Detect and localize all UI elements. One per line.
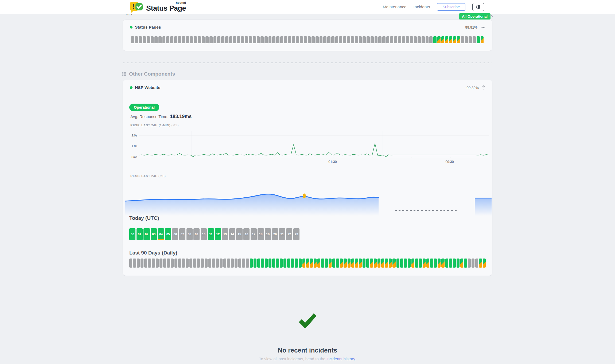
uptime-bar-degraded[interactable]	[381, 259, 384, 268]
uptime-bar-empty[interactable]	[296, 36, 299, 43]
uptime-bar-empty[interactable]	[375, 36, 378, 43]
uptime-bar-degraded[interactable]	[392, 259, 395, 268]
uptime-bar-empty[interactable]	[235, 259, 238, 268]
uptime-bar-empty[interactable]	[363, 36, 366, 43]
uptime-bar-up[interactable]	[396, 259, 399, 268]
uptime-bar-degraded[interactable]	[359, 259, 362, 268]
uptime-bar-empty[interactable]	[323, 36, 326, 43]
uptime-bar-up[interactable]	[272, 259, 275, 268]
hour-box-18[interactable]: 18	[258, 228, 264, 240]
uptime-bar-empty[interactable]	[208, 259, 211, 268]
uptime-bar-empty[interactable]	[355, 36, 358, 43]
hour-box-01[interactable]: 01	[137, 228, 143, 240]
uptime-bar-empty[interactable]	[131, 36, 134, 43]
uptime-bar-degraded[interactable]	[329, 259, 332, 268]
uptime-bar-degraded[interactable]	[426, 259, 429, 268]
uptime-bar-empty[interactable]	[292, 36, 295, 43]
uptime-bar-up[interactable]	[453, 259, 456, 268]
uptime-bar-empty[interactable]	[238, 259, 241, 268]
uptime-bar-empty[interactable]	[249, 36, 252, 43]
hour-box-12[interactable]: 12	[215, 228, 221, 240]
uptime-bar-degraded[interactable]	[385, 259, 388, 268]
uptime-bar-empty[interactable]	[163, 259, 166, 268]
uptime-bar-degraded[interactable]	[438, 259, 441, 268]
uptime-bar-empty[interactable]	[147, 36, 150, 43]
uptime-bar-empty[interactable]	[320, 36, 323, 43]
hour-box-06[interactable]: 06	[172, 228, 178, 240]
uptime-bar-empty[interactable]	[280, 36, 283, 43]
uptime-bar-empty[interactable]	[202, 36, 205, 43]
uptime-bar-empty[interactable]	[304, 36, 307, 43]
uptime-bar-empty[interactable]	[220, 259, 223, 268]
uptime-bar-empty[interactable]	[174, 259, 177, 268]
hour-box-15[interactable]: 15	[236, 228, 242, 240]
uptime-bar-empty[interactable]	[475, 259, 478, 268]
uptime-bar-degraded[interactable]	[377, 259, 380, 268]
uptime-bar-degraded[interactable]	[348, 259, 351, 268]
hour-box-04[interactable]: 04	[158, 228, 164, 240]
uptime-bar-empty[interactable]	[151, 36, 154, 43]
uptime-bar-up[interactable]	[265, 259, 268, 268]
uptime-bar-empty[interactable]	[129, 259, 132, 268]
uptime-bar-up[interactable]	[363, 259, 365, 268]
nav-maintenance[interactable]: Maintenance	[383, 5, 407, 9]
uptime-bar-empty[interactable]	[212, 259, 215, 268]
hour-box-00[interactable]: 00	[129, 228, 135, 240]
uptime-bar-degraded[interactable]	[389, 259, 392, 268]
uptime-bar-empty[interactable]	[154, 36, 158, 43]
uptime-bar-empty[interactable]	[178, 36, 181, 43]
uptime-bar-up[interactable]	[477, 36, 480, 43]
uptime-bar-empty[interactable]	[268, 36, 272, 43]
uptime-bar-empty[interactable]	[465, 36, 468, 43]
uptime-bar-degraded[interactable]	[310, 259, 313, 268]
uptime-bar-empty[interactable]	[429, 36, 433, 43]
uptime-bar-empty[interactable]	[167, 259, 170, 268]
hour-box-07[interactable]: 07	[179, 228, 185, 240]
uptime-bar-degraded[interactable]	[441, 259, 444, 268]
uptime-bar-up[interactable]	[430, 259, 433, 268]
uptime-bar-up[interactable]	[332, 259, 335, 268]
uptime-bar-empty[interactable]	[229, 36, 232, 43]
uptime-bar-up[interactable]	[457, 259, 460, 268]
uptime-bar-empty[interactable]	[241, 36, 244, 43]
uptime-bar-empty[interactable]	[205, 259, 208, 268]
uptime-bar-degraded[interactable]	[423, 259, 426, 268]
uptime-bar-degraded[interactable]	[314, 259, 317, 268]
hour-box-03[interactable]: 03	[151, 228, 157, 240]
uptime-bar-up[interactable]	[464, 259, 467, 268]
uptime-bar-up[interactable]	[295, 259, 298, 268]
uptime-bar-empty[interactable]	[468, 259, 471, 268]
uptime-bar-degraded[interactable]	[445, 36, 448, 43]
uptime-bar-degraded[interactable]	[355, 259, 358, 268]
uptime-bar-empty[interactable]	[426, 36, 429, 43]
hour-box-10[interactable]: 10	[201, 228, 207, 240]
uptime-bar-empty[interactable]	[351, 36, 354, 43]
uptime-bar-up[interactable]	[366, 259, 369, 268]
uptime-bar-empty[interactable]	[253, 36, 256, 43]
uptime-bar-empty[interactable]	[264, 36, 268, 43]
uptime-bar-empty[interactable]	[378, 36, 382, 43]
uptime-bar-empty[interactable]	[260, 36, 264, 43]
uptime-bar-empty[interactable]	[382, 36, 386, 43]
uptime-bar-empty[interactable]	[276, 36, 279, 43]
uptime-bar-empty[interactable]	[193, 259, 196, 268]
uptime-bar-up[interactable]	[291, 259, 294, 268]
uptime-bar-empty[interactable]	[135, 36, 138, 43]
hour-box-17[interactable]: 17	[251, 228, 257, 240]
subscribe-button[interactable]: Subscribe	[437, 3, 465, 11]
uptime-bar-empty[interactable]	[288, 36, 291, 43]
uptime-bar-empty[interactable]	[246, 259, 249, 268]
uptime-bar-empty[interactable]	[174, 36, 177, 43]
dashed-up-arrow-icon[interactable]	[482, 85, 485, 90]
uptime-bar-empty[interactable]	[359, 36, 362, 43]
uptime-bar-empty[interactable]	[335, 36, 338, 43]
uptime-bar-degraded[interactable]	[302, 259, 305, 268]
hour-box-21[interactable]: 21	[279, 228, 285, 240]
uptime-bar-empty[interactable]	[143, 36, 146, 43]
uptime-bar-empty[interactable]	[472, 259, 474, 268]
uptime-bar-up[interactable]	[325, 259, 328, 268]
uptime-bar-up[interactable]	[299, 259, 302, 268]
uptime-bar-empty[interactable]	[158, 36, 162, 43]
uptime-bar-empty[interactable]	[473, 36, 476, 43]
uptime-bar-empty[interactable]	[461, 36, 464, 43]
